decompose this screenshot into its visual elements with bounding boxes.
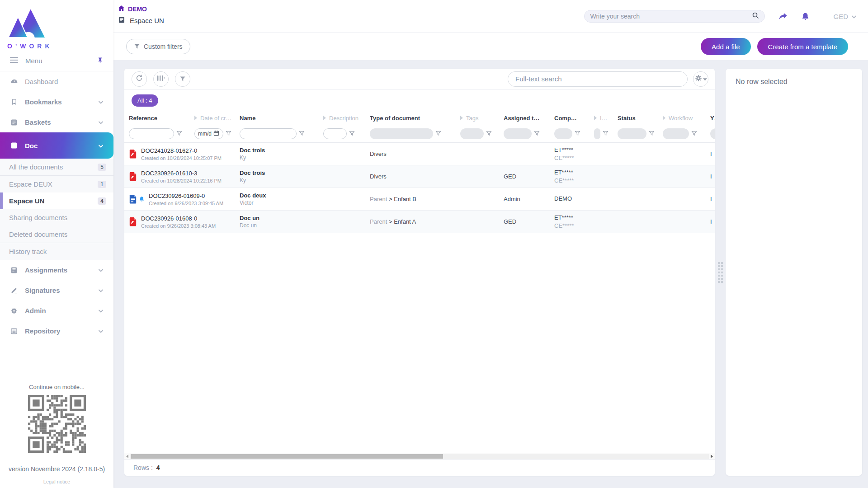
column-header-comp-[interactable]: Comp… — [554, 115, 594, 122]
sidebar-subitem-deleted-documents[interactable]: Deleted documents — [0, 226, 113, 243]
filter-select[interactable] — [460, 128, 484, 139]
sidebar-item-baskets[interactable]: Baskets — [0, 112, 113, 132]
word-file-icon — [129, 194, 145, 204]
sidebar-item-signatures[interactable]: Signatures — [0, 280, 113, 300]
column-header-i-[interactable]: I… — [594, 115, 618, 122]
all-filter-chip[interactable]: All : 4 — [132, 94, 158, 107]
funnel-icon[interactable] — [486, 131, 492, 136]
scroll-left-arrow-icon[interactable] — [124, 455, 130, 458]
global-search-input[interactable] — [590, 13, 752, 20]
column-header-description[interactable]: Description — [323, 115, 370, 122]
columns-button[interactable] — [153, 71, 169, 87]
user-menu[interactable]: GED — [833, 13, 857, 20]
sidebar-subitem-espace-un[interactable]: Espace UN4 — [0, 192, 113, 209]
sidebar-subitem-label: Espace UN — [9, 197, 98, 205]
custom-filters-button[interactable]: Custom filters — [126, 39, 190, 54]
pdf-file-icon — [129, 149, 137, 159]
column-header-name[interactable]: Name — [240, 115, 323, 122]
funnel-icon[interactable] — [649, 131, 655, 136]
table-row[interactable]: DOC230926-01608-0Created on 9/26/2023 3:… — [124, 211, 715, 233]
column-header-y-[interactable]: Y… — [708, 115, 715, 122]
caret-down-icon — [703, 75, 707, 82]
column-header-assigned-t-[interactable]: Assigned t… — [504, 115, 554, 122]
table-row[interactable]: DOC230926-01610-3Created on 10/28/2024 1… — [124, 165, 715, 188]
book-icon — [10, 118, 18, 127]
share-icon[interactable] — [778, 12, 788, 21]
column-header-date-of-cr-[interactable]: Date of cr… — [194, 115, 240, 122]
version-label: version Novembre 2024 (2.18.0-5) — [0, 465, 113, 473]
table-settings-button[interactable] — [693, 71, 708, 87]
assigned-cell: Admin — [504, 196, 554, 202]
column-header-type-of-document[interactable]: Type of document — [370, 115, 460, 122]
reference-cell: DOC230926-01610-3Created on 10/28/2024 1… — [129, 170, 240, 183]
filter-input[interactable] — [129, 128, 174, 139]
column-header-status[interactable]: Status — [618, 115, 663, 122]
sidebar-item-admin[interactable]: Admin — [0, 300, 113, 321]
scrollbar-track[interactable] — [130, 454, 709, 459]
funnel-icon[interactable] — [349, 131, 355, 136]
funnel-icon[interactable] — [575, 131, 580, 136]
column-header-tags[interactable]: Tags — [460, 115, 504, 122]
sidebar-subitem-label: Deleted documents — [9, 230, 106, 238]
sidebar-subitem-espace-deux[interactable]: Espace DEUX1 — [0, 176, 113, 192]
refresh-button[interactable] — [132, 71, 147, 87]
hamburger-icon[interactable] — [10, 57, 18, 65]
funnel-icon[interactable] — [534, 131, 540, 136]
table-row[interactable]: DOC230926-01609-0Created on 9/26/2023 3:… — [124, 188, 715, 211]
funnel-icon[interactable] — [603, 131, 609, 136]
filter-select[interactable] — [710, 128, 715, 139]
reference-value: DOC230926-01609-0 — [149, 192, 223, 199]
sidebar-subitem-sharing-documents[interactable]: Sharing documents — [0, 209, 113, 226]
count-badge: 4 — [98, 197, 106, 205]
funnel-icon[interactable] — [226, 131, 231, 136]
pin-icon[interactable] — [97, 57, 104, 65]
funnel-icon[interactable] — [691, 131, 697, 136]
fulltext-search-input[interactable] — [508, 71, 688, 87]
horizontal-scrollbar[interactable] — [124, 453, 715, 459]
gauge-icon — [10, 78, 18, 86]
scroll-right-arrow-icon[interactable] — [709, 455, 715, 458]
sidebar-item-bookmarks[interactable]: Bookmarks — [0, 92, 113, 112]
filter-select[interactable] — [554, 128, 572, 139]
column-header-reference[interactable]: Reference — [129, 115, 194, 122]
filter-input[interactable] — [323, 128, 347, 139]
column-header-workflow[interactable]: Workflow — [663, 115, 708, 122]
create-template-button[interactable]: Create from a template — [757, 38, 848, 55]
toolbar-left — [132, 71, 190, 87]
sidebar-subitem-history-track[interactable]: History track — [0, 243, 113, 260]
filter-toggle-button[interactable] — [175, 71, 190, 87]
date-filter-input[interactable]: mm/d — [194, 128, 223, 139]
sidebar-item-assignments[interactable]: Assignments — [0, 260, 113, 280]
sidebar-item-doc[interactable]: Doc — [0, 132, 113, 159]
document-subtitle: Ky — [240, 155, 321, 161]
search-icon[interactable] — [752, 12, 759, 21]
sidebar-subitem-label: Sharing documents — [9, 214, 106, 221]
legal-notice-link[interactable]: Legal notice — [0, 479, 113, 484]
add-file-button[interactable]: Add a file — [701, 38, 751, 55]
filter-select[interactable] — [504, 128, 532, 139]
breadcrumb-workspace[interactable]: DEMO — [118, 5, 164, 13]
filter-select[interactable] — [594, 128, 600, 139]
content: All : 4 ReferenceDate of cr…NameDescript… — [113, 60, 868, 488]
filter-select[interactable] — [370, 128, 433, 139]
funnel-icon[interactable] — [176, 131, 182, 136]
table-row[interactable]: DOC241028-01627-0Created on 10/28/2024 1… — [124, 143, 715, 165]
scrollbar-thumb[interactable] — [131, 454, 443, 459]
sidebar-menu-header: Menu — [0, 51, 113, 71]
filter-select[interactable] — [663, 128, 689, 139]
column-filter-cell — [323, 128, 370, 139]
sidebar-item-repository[interactable]: Repository — [0, 321, 113, 341]
bell-icon[interactable] — [801, 12, 810, 21]
book-icon — [118, 16, 125, 25]
filter-select[interactable] — [618, 128, 646, 139]
type-name: Divers — [370, 150, 387, 157]
funnel-icon[interactable] — [299, 131, 305, 136]
clipped-cell: I — [708, 173, 715, 180]
rows-count: 4 — [156, 464, 160, 471]
panel-splitter[interactable] — [715, 69, 726, 476]
filter-input[interactable] — [240, 128, 297, 139]
sidebar-subitem-all-the-documents[interactable]: All the documents5 — [0, 159, 113, 175]
pdf-file-icon — [129, 172, 137, 182]
sidebar-item-dashboard[interactable]: Dashboard — [0, 71, 113, 92]
funnel-icon[interactable] — [435, 131, 441, 136]
